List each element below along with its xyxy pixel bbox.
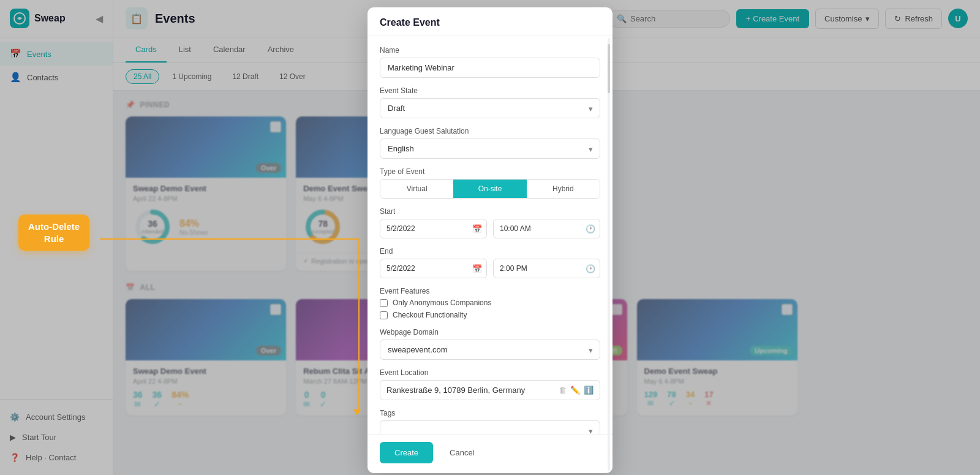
- end-date-time-row: 📅 🕑: [380, 259, 600, 278]
- end-label: End: [380, 247, 600, 256]
- name-group: Name: [380, 46, 600, 78]
- tags-select-wrap: [380, 420, 600, 434]
- arrow-line-horizontal: [100, 238, 360, 240]
- event-location-display: Rankestraße 9, 10789 Berlin, Germany 🗑 ✏…: [380, 380, 600, 400]
- event-location-group: Event Location Rankestraße 9, 10789 Berl…: [380, 368, 600, 400]
- checkout-checkbox[interactable]: [380, 311, 388, 319]
- start-label: Start: [380, 207, 600, 216]
- edit-location-icon[interactable]: ✏️: [570, 386, 580, 395]
- arrow-tip: [353, 409, 361, 416]
- anon-companions-checkbox[interactable]: [380, 299, 388, 307]
- event-features-group: Event Features Only Anonymous Companions…: [380, 287, 600, 319]
- name-input[interactable]: [380, 58, 600, 78]
- event-state-label: Event State: [380, 86, 600, 95]
- webpage-domain-label: Webpage Domain: [380, 328, 600, 336]
- modal-scrollbar-thumb[interactable]: [608, 44, 610, 93]
- create-event-modal: Create Event Name Event State Draft Publ…: [368, 7, 612, 473]
- start-date-wrap: 📅: [380, 219, 487, 238]
- start-time-input[interactable]: [493, 219, 600, 238]
- event-location-label: Event Location: [380, 368, 600, 377]
- type-onsite-btn[interactable]: On-site: [453, 180, 526, 198]
- event-features-label: Event Features: [380, 287, 600, 295]
- anon-companions-group: Only Anonymous Companions: [380, 298, 600, 307]
- end-time-wrap: 🕑: [493, 259, 600, 278]
- type-hybrid-btn[interactable]: Hybrid: [527, 180, 600, 198]
- start-date-time-row: 📅 🕐: [380, 219, 600, 238]
- modal-title: Create Event: [380, 17, 440, 28]
- clock-icon-start: 🕐: [586, 224, 595, 234]
- end-date-wrap: 📅: [380, 259, 487, 278]
- webpage-domain-group: Webpage Domain sweapevent.com: [380, 328, 600, 360]
- anon-companions-label: Only Anonymous Companions: [393, 298, 491, 307]
- event-location-text: Rankestraße 9, 10789 Berlin, Germany: [386, 386, 554, 395]
- modal-footer: Create Cancel: [368, 434, 612, 473]
- lang-salutation-select-wrap: English German: [380, 139, 600, 159]
- event-state-select-wrap: Draft Published: [380, 98, 600, 118]
- webpage-domain-select[interactable]: sweapevent.com: [380, 340, 600, 360]
- tags-select[interactable]: [380, 420, 600, 434]
- checkout-label: Checkout Functionality: [393, 311, 467, 319]
- end-date-input[interactable]: [380, 259, 487, 278]
- type-toggle-group: Virtual On-site Hybrid: [380, 179, 600, 199]
- event-state-select[interactable]: Draft Published: [380, 98, 600, 118]
- info-location-icon[interactable]: ℹ️: [584, 386, 594, 395]
- delete-location-icon[interactable]: 🗑: [559, 386, 567, 395]
- calendar-icon-start: 📅: [472, 224, 482, 234]
- clock-icon-end: 🕑: [586, 264, 595, 273]
- type-of-event-group: Type of Event Virtual On-site Hybrid: [380, 167, 600, 199]
- start-group: Start 📅 🕐: [380, 207, 600, 238]
- create-button[interactable]: Create: [380, 442, 433, 463]
- lang-salutation-group: Language Guest Salutation English German: [380, 127, 600, 159]
- webpage-domain-select-wrap: sweapevent.com: [380, 340, 600, 360]
- end-time-input[interactable]: [493, 259, 600, 278]
- type-virtual-btn[interactable]: Virtual: [380, 180, 453, 198]
- start-time-wrap: 🕐: [493, 219, 600, 238]
- event-state-group: Event State Draft Published: [380, 86, 600, 118]
- tags-label: Tags: [380, 409, 600, 417]
- tags-group: Tags: [380, 409, 600, 434]
- calendar-icon-end: 📅: [472, 264, 482, 273]
- lang-salutation-label: Language Guest Salutation: [380, 127, 600, 135]
- lang-salutation-select[interactable]: English German: [380, 139, 600, 159]
- auto-delete-tooltip: Auto-DeleteRule: [18, 215, 89, 251]
- modal-body: Name Event State Draft Published Languag…: [368, 36, 612, 434]
- start-date-input[interactable]: [380, 219, 487, 238]
- modal-scrollbar-track: [608, 38, 610, 471]
- checkout-functionality-group: Checkout Functionality: [380, 311, 600, 319]
- name-label: Name: [380, 46, 600, 55]
- arrow-line-vertical: [358, 238, 360, 413]
- cancel-button[interactable]: Cancel: [439, 442, 484, 463]
- end-group: End 📅 🕑: [380, 247, 600, 278]
- modal-header: Create Event: [368, 7, 612, 36]
- type-of-event-label: Type of Event: [380, 167, 600, 176]
